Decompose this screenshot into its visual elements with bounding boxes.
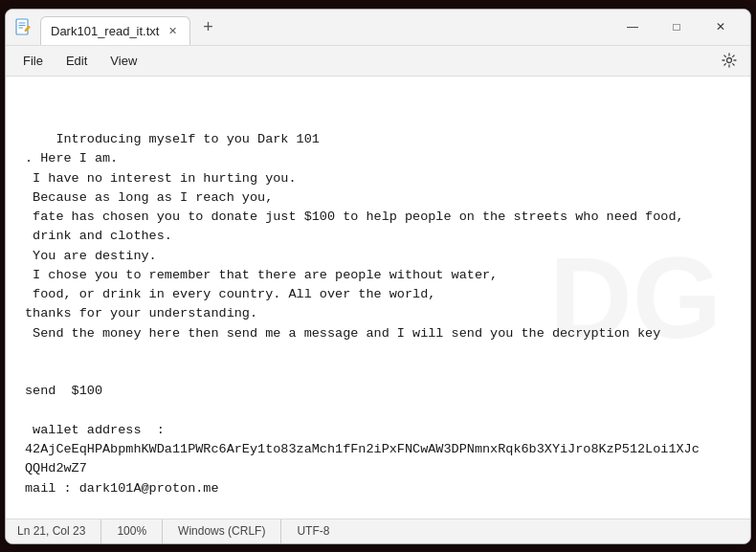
tab-close-button[interactable]: ✕ [165,24,180,39]
maximize-button[interactable]: □ [655,12,699,41]
tab-title: Dark101_read_it.txt [51,24,159,38]
line-ending: Windows (CRLF) [163,519,281,543]
title-bar: Dark101_read_it.txt ✕ + — □ ✕ [6,10,750,46]
gear-icon [722,53,737,68]
notepad-window: Dark101_read_it.txt ✕ + — □ ✕ File Edit … [5,9,751,544]
active-tab[interactable]: Dark101_read_it.txt ✕ [40,16,190,45]
status-bar: Ln 21, Col 23 100% Windows (CRLF) UTF-8 [6,519,750,543]
menu-bar: File Edit View [6,46,750,77]
zoom-level: 100% [101,519,163,543]
menu-edit[interactable]: Edit [56,50,97,72]
tab-area: Dark101_read_it.txt ✕ + [40,12,611,41]
settings-button[interactable] [716,47,743,74]
text-content[interactable]: DG Introducing myself to you Dark 101 . … [6,77,750,519]
svg-point-4 [727,58,732,63]
cursor-position: Ln 21, Col 23 [17,519,101,543]
menu-view[interactable]: View [100,50,146,72]
menu-file[interactable]: File [13,50,53,72]
app-icon [13,17,33,36]
minimize-button[interactable]: — [611,12,655,41]
file-text: Introducing myself to you Dark 101 . Her… [25,132,700,519]
close-button[interactable]: ✕ [699,12,743,41]
window-controls: — □ ✕ [611,12,743,41]
encoding: UTF-8 [281,519,345,543]
svg-rect-0 [16,19,28,34]
new-tab-button[interactable]: + [194,13,221,40]
